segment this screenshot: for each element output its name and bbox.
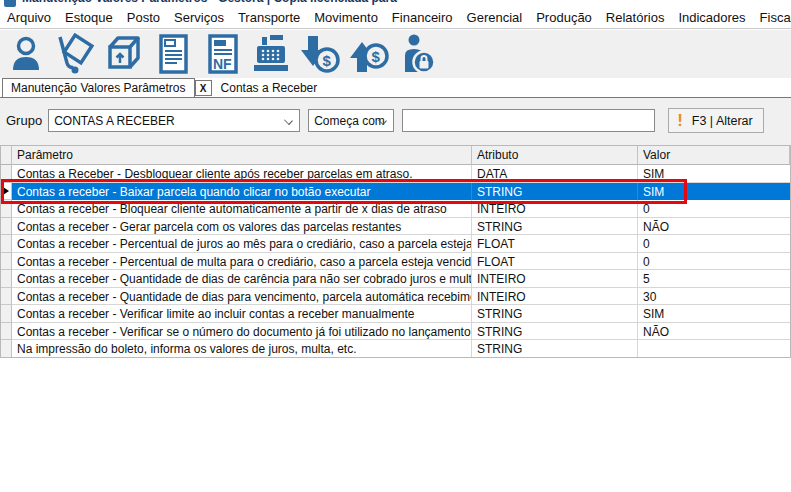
window-titlebar: Manutenção Valores Parâmetros - Gestora …: [0, 0, 791, 7]
cell-parametro: Contas a Receber - Desbloquear cliente a…: [12, 165, 472, 183]
cell-valor: SIM: [638, 165, 790, 183]
cell-valor: 0: [638, 235, 790, 253]
package-toolbar-button[interactable]: [101, 32, 147, 76]
menu-item-estoque[interactable]: Estoque: [58, 7, 120, 28]
row-indicator: [1, 200, 12, 218]
search-input[interactable]: [402, 109, 655, 132]
cell-parametro: Contas a receber - Baixar parcela quando…: [12, 183, 472, 201]
cell-valor: NÃO: [638, 323, 790, 341]
menu-item-financeiro[interactable]: Financeiro: [385, 7, 460, 28]
tab-strip: Manutenção Valores Parâmetros X Contas a…: [0, 79, 791, 98]
table-row[interactable]: Contas a receber - Gerar parcela com os …: [1, 218, 790, 236]
cell-atributo: INTEIRO: [472, 270, 638, 288]
menu-item-arquivo[interactable]: Arquivo: [0, 7, 58, 28]
cell-valor: [638, 340, 790, 358]
row-indicator-selected: [1, 183, 12, 201]
user-toolbar-button[interactable]: [3, 32, 49, 76]
column-header-parametro[interactable]: Parâmetro: [12, 146, 472, 165]
tab-manutencao-valores-parametros[interactable]: Manutenção Valores Parâmetros: [2, 78, 195, 97]
row-indicator: [1, 235, 12, 253]
filter-panel: Grupo CONTAS A RECEBER Começa com ! F3 |…: [0, 98, 791, 145]
money-up-icon: $: [347, 32, 391, 76]
cell-valor: SIM: [638, 183, 790, 201]
svg-text:$: $: [372, 48, 381, 65]
table-row[interactable]: Contas a Receber - Desbloquear cliente a…: [1, 165, 790, 183]
menu-item-movimento[interactable]: Movimento: [307, 7, 385, 28]
package-icon: [103, 33, 145, 75]
cell-valor: 0: [638, 253, 790, 271]
cell-atributo: FLOAT: [472, 235, 638, 253]
window-title: Manutenção Valores Parâmetros - Gestora …: [22, 0, 397, 5]
menu-item-posto[interactable]: Posto: [120, 7, 167, 28]
menu-item-serviços[interactable]: Serviços: [167, 7, 231, 28]
column-header-atributo[interactable]: Atributo: [472, 146, 638, 165]
menu-bar: ArquivoEstoquePostoServiçosTransporteMov…: [0, 7, 791, 29]
group-select[interactable]: CONTAS A RECEBER: [48, 109, 300, 132]
row-indicator: [1, 340, 12, 358]
table-row[interactable]: Na impressão do boleto, informa os valor…: [1, 340, 790, 358]
match-mode-select[interactable]: Começa com: [308, 109, 394, 132]
menu-item-produção[interactable]: Produção: [529, 7, 599, 28]
money-down-toolbar-button[interactable]: $: [297, 32, 343, 76]
cell-parametro: Contas a receber - Verificar limite ao i…: [12, 305, 472, 323]
f3-alterar-button[interactable]: ! F3 | Alterar: [668, 108, 764, 133]
cell-atributo: STRING: [472, 305, 638, 323]
row-indicator: [1, 218, 12, 236]
menu-item-gerencial[interactable]: Gerencial: [460, 7, 530, 28]
row-indicator: [1, 323, 12, 341]
table-row[interactable]: Contas a receber - Quantidade de dias pa…: [1, 288, 790, 306]
grid-indicator-header: [1, 146, 12, 165]
application-window: Manutenção Valores Parâmetros - Gestora …: [0, 0, 791, 492]
close-icon: X: [200, 83, 207, 94]
menu-item-relatórios[interactable]: Relatórios: [599, 7, 672, 28]
match-mode-value: Começa com: [314, 114, 385, 128]
cell-parametro: Contas a receber - Bloquear cliente auto…: [12, 200, 472, 218]
group-select-value: CONTAS A RECEBER: [54, 114, 174, 128]
f3-alterar-label: F3 | Alterar: [692, 114, 753, 128]
table-row[interactable]: Contas a receber - Percentual de juros a…: [1, 235, 790, 253]
chevron-down-icon: [284, 116, 293, 125]
group-label: Grupo: [6, 113, 42, 128]
handtruck-icon: [53, 33, 97, 75]
cell-valor: 30: [638, 288, 790, 306]
menu-item-indicadores[interactable]: Indicadores: [671, 7, 752, 28]
parameters-grid: Parâmetro Atributo Valor Contas a Recebe…: [0, 145, 791, 358]
cash-register-icon: [248, 33, 294, 75]
grid-header-row: Parâmetro Atributo Valor: [1, 146, 790, 165]
table-row[interactable]: Contas a receber - Verificar limite ao i…: [1, 305, 790, 323]
cell-atributo: STRING: [472, 340, 638, 358]
current-row-arrow-icon: [3, 187, 9, 195]
tab-close-button[interactable]: X: [195, 80, 212, 96]
grid-body: Contas a Receber - Desbloquear cliente a…: [1, 165, 790, 358]
menu-item-transporte[interactable]: Transporte: [231, 7, 307, 28]
column-header-valor[interactable]: Valor: [638, 146, 790, 165]
exclamation-icon: !: [677, 112, 683, 129]
cell-atributo: INTEIRO: [472, 200, 638, 218]
table-row[interactable]: Contas a receber - Baixar parcela quando…: [1, 183, 790, 201]
cell-valor: 0: [638, 200, 790, 218]
row-indicator: [1, 253, 12, 271]
table-row[interactable]: Contas a receber - Verificar se o número…: [1, 323, 790, 341]
menu-item-fiscal[interactable]: Fiscal: [753, 7, 791, 28]
money-up-toolbar-button[interactable]: $: [346, 32, 392, 76]
cell-parametro: Contas a receber - Percentual de multa p…: [12, 253, 472, 271]
svg-text:$: $: [323, 52, 332, 69]
table-row[interactable]: Contas a receber - Quantidade de dias de…: [1, 270, 790, 288]
cell-valor: SIM: [638, 305, 790, 323]
cell-parametro: Contas a receber - Quantidade de dias pa…: [12, 288, 472, 306]
nf-document-toolbar-button[interactable]: NF: [199, 32, 245, 76]
document-toolbar-button[interactable]: [150, 32, 196, 76]
row-indicator: [1, 165, 12, 183]
tab-contas-a-receber[interactable]: Contas a Receber: [212, 78, 327, 97]
cell-atributo: STRING: [472, 323, 638, 341]
cash-register-toolbar-button[interactable]: [248, 32, 294, 76]
filter-row: Grupo CONTAS A RECEBER Começa com ! F3 |…: [6, 109, 764, 132]
money-down-icon: $: [298, 32, 342, 76]
table-row[interactable]: Contas a receber - Bloquear cliente auto…: [1, 200, 790, 218]
table-row[interactable]: Contas a receber - Percentual de multa p…: [1, 253, 790, 271]
toolbar: NF$$: [0, 30, 791, 78]
user-lock-toolbar-button[interactable]: [395, 32, 441, 76]
app-icon: [4, 0, 16, 7]
cell-parametro: Contas a receber - Gerar parcela com os …: [12, 218, 472, 236]
handtruck-toolbar-button[interactable]: [52, 32, 98, 76]
